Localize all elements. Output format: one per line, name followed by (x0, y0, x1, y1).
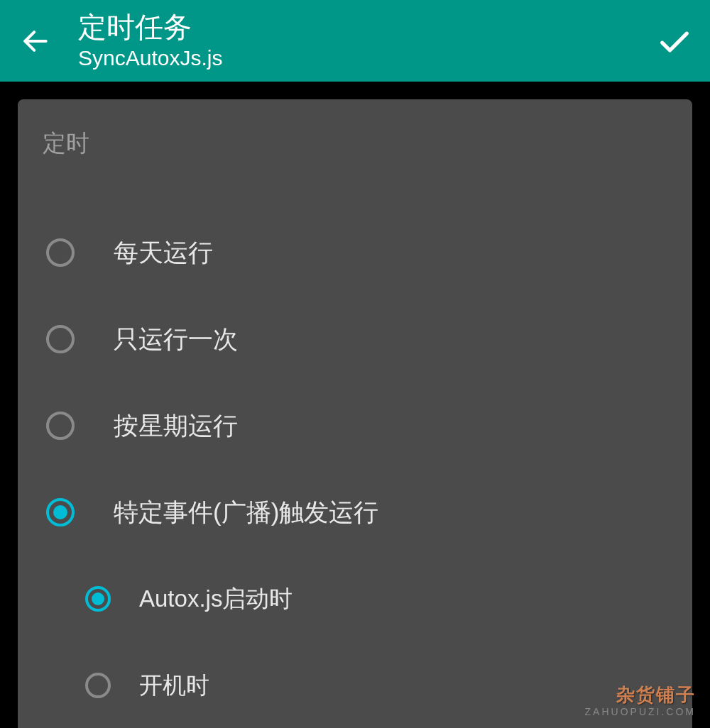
watermark: 杂货铺子 ZAHUOPUZI.COM (585, 683, 696, 717)
radio-label: 按星期运行 (114, 409, 238, 443)
radio-suboption-autox-start[interactable]: Autox.js启动时 (39, 556, 671, 642)
app-header: 定时任务 SyncAutoxJs.js (0, 0, 710, 82)
watermark-text: 杂货铺子 (616, 683, 696, 707)
radio-label: Autox.js启动时 (139, 583, 293, 615)
page-subtitle: SyncAutoxJs.js (78, 44, 653, 72)
radio-label: 特定事件(广播)触发运行 (114, 496, 378, 529)
arrow-left-icon (20, 26, 51, 57)
content-area: 定时 每天运行 只运行一次 按星期运行 特定事件(广播)触发运行 Autox.j… (0, 82, 710, 728)
radio-label: 开机时 (139, 670, 209, 702)
radio-icon (85, 673, 111, 698)
radio-icon-selected (85, 586, 111, 612)
watermark-url: ZAHUOPUZI.COM (585, 706, 696, 717)
radio-option-weekly[interactable]: 按星期运行 (39, 382, 671, 469)
section-label: 定时 (43, 128, 671, 160)
timing-radio-group: 每天运行 只运行一次 按星期运行 特定事件(广播)触发运行 Autox.js启动… (39, 209, 671, 728)
settings-panel: 定时 每天运行 只运行一次 按星期运行 特定事件(广播)触发运行 Autox.j… (18, 99, 692, 728)
header-titles: 定时任务 SyncAutoxJs.js (78, 10, 653, 72)
page-title: 定时任务 (78, 10, 653, 44)
radio-label: 只运行一次 (114, 323, 238, 356)
radio-icon (46, 325, 75, 353)
radio-icon (46, 238, 75, 267)
radio-icon (46, 412, 75, 440)
confirm-button[interactable] (653, 20, 696, 62)
check-icon (656, 23, 693, 60)
radio-option-event-trigger[interactable]: 特定事件(广播)触发运行 (39, 469, 671, 556)
radio-suboption-boot[interactable]: 开机时 (39, 642, 671, 728)
radio-option-once[interactable]: 只运行一次 (39, 296, 671, 382)
radio-label: 每天运行 (114, 236, 213, 270)
radio-icon-selected (46, 498, 75, 526)
back-button[interactable] (14, 20, 57, 62)
radio-option-daily[interactable]: 每天运行 (39, 209, 671, 296)
